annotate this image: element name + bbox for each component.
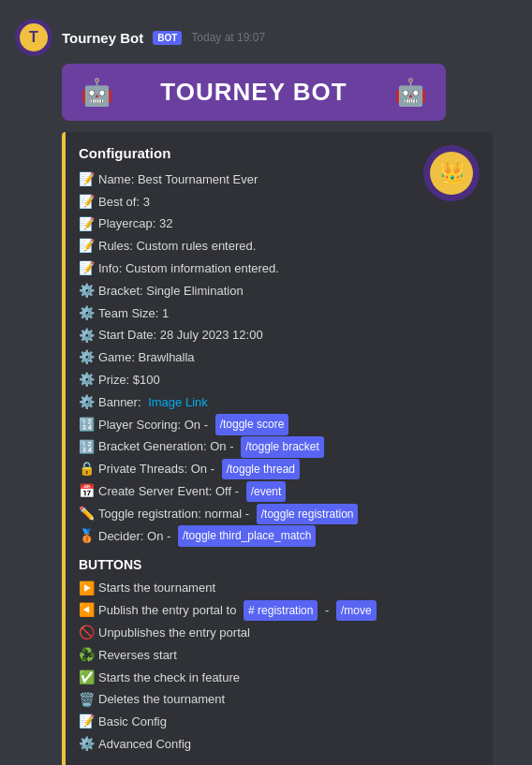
btn-desc-checkin: ✅ Starts the check in feature (79, 667, 478, 689)
config-line-rules: 📝 Rules: Custom rules entered. (79, 235, 412, 257)
message-timestamp: Today at 19:07 (191, 31, 265, 44)
bot-name: Tourney Bot (62, 30, 143, 46)
config-line-prize: ⚙️ Prize: $100 (79, 369, 412, 391)
config-line-name: 📝 Name: Best Tournament Ever (79, 169, 412, 191)
bot-avatar: T (15, 19, 52, 56)
toggle-thread-cmd: /toggle thread (222, 459, 300, 479)
message-header: T Tourney Bot BOT Today at 19:07 (15, 9, 517, 64)
banner-title: TOURNEY BOT (160, 78, 347, 107)
config-line-playercap: 📝 Playercap: 32 (79, 213, 412, 236)
config-line-private-threads: 🔒 Private Threads: On - /toggle thread (79, 458, 412, 480)
config-block: 📝 Name: Best Tournament Ever 📝 Best of: … (79, 169, 478, 548)
embed-thumbnail: 👑 (423, 145, 480, 201)
toggle-registration-cmd: /toggle registration (257, 504, 359, 524)
bot-badge: BOT (153, 31, 182, 45)
btn-desc-publish: ◀️ Publish the entry portal to # registr… (79, 599, 478, 622)
toggle-bracket-cmd: /toggle bracket (241, 436, 324, 457)
event-cmd: /event (246, 481, 287, 502)
toggle-third-place-cmd: /toggle third_place_match (178, 525, 316, 546)
config-line-game: ⚙️ Game: Brawlhalla (79, 346, 412, 369)
config-line-teamsize: ⚙️ Team Size: 1 (79, 302, 412, 325)
config-section-title: Configuration (79, 145, 478, 161)
config-line-server-event: 📅 Create Server Event: Off - /event (79, 480, 412, 503)
config-line-scoring: 🔢 Player Scoring: On - /toggle score (79, 414, 412, 436)
config-line-bracket: ⚙️ Bracket: Single Elimination (79, 280, 412, 302)
btn-desc-reverse: ♻️ Reverses start (79, 644, 478, 667)
btn-desc-start: ▶️ Starts the tournament (79, 578, 478, 600)
buttons-section-title: BUTTONS (79, 557, 478, 572)
btn-desc-unpublish: 🚫 Unpublishes the entry portal (79, 622, 478, 644)
toggle-score-cmd: /toggle score (215, 414, 289, 434)
config-line-startdate: ⚙️ Start Date: 28 July 2023 12:00 (79, 325, 412, 347)
config-line-info: 📝 Info: Custom information entered. (79, 257, 412, 280)
message-content: 🤖 TOURNEY BOT 🤖 👑 Configuration 📝 Name: … (62, 64, 517, 765)
config-line-registration: ✏️ Toggle registration: normal - /toggle… (79, 503, 412, 525)
btn-desc-advanced-config: ⚙️ Advanced Config (79, 733, 478, 756)
buttons-description-list: ▶️ Starts the tournament ◀️ Publish the … (79, 578, 478, 756)
btn-desc-delete: 🗑️ Deletes the tournament (79, 689, 478, 712)
config-line-bracket-gen: 🔢 Bracket Generation: On - /toggle brack… (79, 436, 412, 459)
config-line-decider: 🥉 Decider: On - /toggle third_place_matc… (79, 525, 412, 548)
move-cmd: /move (336, 600, 377, 621)
btn-desc-basic-config: 📝 Basic Config (79, 711, 478, 733)
banner-right-icon: 🤖 (394, 77, 427, 108)
config-line-bestof: 📝 Best of: 3 (79, 191, 412, 213)
tourney-bot-banner: 🤖 TOURNEY BOT 🤖 (62, 64, 446, 121)
registration-channel-ref: # registration (244, 600, 318, 621)
banner-image-link[interactable]: Image Link (148, 392, 208, 413)
config-line-banner: ⚙️ Banner: Image Link (79, 391, 412, 414)
embed-card: 👑 Configuration 📝 Name: Best Tournament … (62, 132, 493, 765)
banner-left-icon: 🤖 (81, 77, 113, 108)
